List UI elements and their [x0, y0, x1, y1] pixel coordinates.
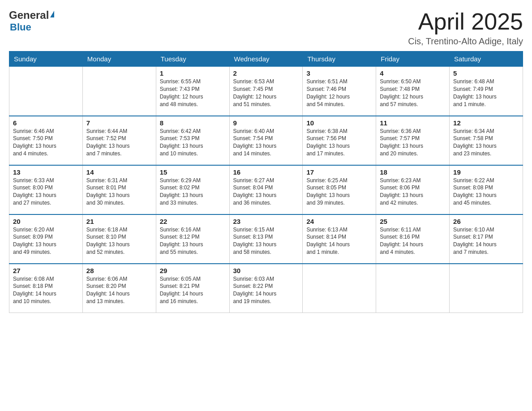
day-number: 9: [233, 119, 299, 127]
table-row: 25Sunrise: 6:11 AM Sunset: 8:16 PM Dayli…: [376, 214, 450, 264]
day-info: Sunrise: 6:51 AM Sunset: 7:46 PM Dayligh…: [306, 78, 372, 108]
day-number: 1: [160, 69, 226, 77]
location-title: Cis, Trentino-Alto Adige, Italy: [408, 36, 523, 47]
day-info: Sunrise: 6:40 AM Sunset: 7:54 PM Dayligh…: [233, 128, 299, 158]
table-row: 2Sunrise: 6:53 AM Sunset: 7:45 PM Daylig…: [229, 67, 303, 116]
header-wednesday: Wednesday: [229, 51, 303, 67]
page-header: General Blue April 2025 Cis, Trentino-Al…: [9, 9, 523, 47]
day-number: 16: [233, 168, 299, 176]
table-row: 26Sunrise: 6:10 AM Sunset: 8:17 PM Dayli…: [450, 214, 523, 264]
day-info: Sunrise: 6:11 AM Sunset: 8:16 PM Dayligh…: [380, 226, 446, 256]
day-number: 24: [306, 218, 372, 225]
day-number: 20: [13, 218, 79, 225]
table-row: 17Sunrise: 6:25 AM Sunset: 8:05 PM Dayli…: [303, 165, 376, 214]
table-row: 10Sunrise: 6:38 AM Sunset: 7:56 PM Dayli…: [303, 116, 376, 165]
table-row: 8Sunrise: 6:42 AM Sunset: 7:53 PM Daylig…: [156, 116, 229, 165]
week-row-2: 6Sunrise: 6:46 AM Sunset: 7:50 PM Daylig…: [9, 116, 523, 165]
day-number: 12: [453, 119, 519, 127]
table-row: 5Sunrise: 6:48 AM Sunset: 7:49 PM Daylig…: [450, 67, 523, 116]
day-info: Sunrise: 6:23 AM Sunset: 8:06 PM Dayligh…: [380, 177, 446, 207]
table-row: 16Sunrise: 6:27 AM Sunset: 8:04 PM Dayli…: [229, 165, 303, 214]
table-row: [303, 264, 376, 313]
day-info: Sunrise: 6:48 AM Sunset: 7:49 PM Dayligh…: [453, 78, 519, 108]
week-row-3: 13Sunrise: 6:33 AM Sunset: 8:00 PM Dayli…: [9, 165, 523, 214]
day-number: 22: [160, 218, 226, 225]
table-row: 1Sunrise: 6:55 AM Sunset: 7:43 PM Daylig…: [156, 67, 229, 116]
header-thursday: Thursday: [303, 51, 376, 67]
day-info: Sunrise: 6:44 AM Sunset: 7:52 PM Dayligh…: [86, 128, 152, 158]
day-number: 10: [306, 119, 372, 127]
header-saturday: Saturday: [450, 51, 523, 67]
table-row: 11Sunrise: 6:36 AM Sunset: 7:57 PM Dayli…: [376, 116, 450, 165]
logo-general-text: General: [9, 9, 49, 21]
table-row: 22Sunrise: 6:16 AM Sunset: 8:12 PM Dayli…: [156, 214, 229, 264]
table-row: [450, 264, 523, 313]
title-section: April 2025 Cis, Trentino-Alto Adige, Ita…: [408, 9, 523, 47]
table-row: 18Sunrise: 6:23 AM Sunset: 8:06 PM Dayli…: [376, 165, 450, 214]
table-row: 15Sunrise: 6:29 AM Sunset: 8:02 PM Dayli…: [156, 165, 229, 214]
header-sunday: Sunday: [9, 51, 83, 67]
table-row: 29Sunrise: 6:05 AM Sunset: 8:21 PM Dayli…: [156, 264, 229, 313]
table-row: [9, 67, 83, 116]
header-friday: Friday: [376, 51, 450, 67]
table-row: 3Sunrise: 6:51 AM Sunset: 7:46 PM Daylig…: [303, 67, 376, 116]
day-info: Sunrise: 6:03 AM Sunset: 8:22 PM Dayligh…: [233, 275, 299, 305]
day-number: 19: [453, 168, 519, 176]
table-row: 30Sunrise: 6:03 AM Sunset: 8:22 PM Dayli…: [229, 264, 303, 313]
day-info: Sunrise: 6:33 AM Sunset: 8:00 PM Dayligh…: [13, 177, 79, 207]
day-number: 28: [86, 267, 152, 274]
header-monday: Monday: [82, 51, 156, 67]
day-number: 11: [380, 119, 446, 127]
day-number: 18: [380, 168, 446, 176]
month-title: April 2025: [408, 9, 523, 34]
table-row: [82, 67, 156, 116]
day-number: 13: [13, 168, 79, 176]
table-row: 13Sunrise: 6:33 AM Sunset: 8:00 PM Dayli…: [9, 165, 83, 214]
logo: General Blue: [9, 9, 54, 33]
day-info: Sunrise: 6:16 AM Sunset: 8:12 PM Dayligh…: [160, 226, 226, 256]
week-row-1: 1Sunrise: 6:55 AM Sunset: 7:43 PM Daylig…: [9, 67, 523, 116]
table-row: 7Sunrise: 6:44 AM Sunset: 7:52 PM Daylig…: [82, 116, 156, 165]
day-number: 14: [86, 168, 152, 176]
table-row: 20Sunrise: 6:20 AM Sunset: 8:09 PM Dayli…: [9, 214, 83, 264]
header-row: SundayMondayTuesdayWednesdayThursdayFrid…: [9, 51, 523, 67]
table-row: 4Sunrise: 6:50 AM Sunset: 7:48 PM Daylig…: [376, 67, 450, 116]
day-info: Sunrise: 6:05 AM Sunset: 8:21 PM Dayligh…: [160, 275, 226, 305]
logo-blue-text: Blue: [10, 21, 54, 33]
day-info: Sunrise: 6:46 AM Sunset: 7:50 PM Dayligh…: [13, 128, 79, 158]
day-info: Sunrise: 6:38 AM Sunset: 7:56 PM Dayligh…: [306, 128, 372, 158]
day-info: Sunrise: 6:36 AM Sunset: 7:57 PM Dayligh…: [380, 128, 446, 158]
day-number: 23: [233, 218, 299, 225]
day-number: 6: [13, 119, 79, 127]
day-number: 4: [380, 69, 446, 77]
day-number: 26: [453, 218, 519, 225]
table-row: 24Sunrise: 6:13 AM Sunset: 8:14 PM Dayli…: [303, 214, 376, 264]
day-info: Sunrise: 6:55 AM Sunset: 7:43 PM Dayligh…: [160, 78, 226, 108]
day-info: Sunrise: 6:06 AM Sunset: 8:20 PM Dayligh…: [86, 275, 152, 305]
day-number: 27: [13, 267, 79, 274]
day-info: Sunrise: 6:25 AM Sunset: 8:05 PM Dayligh…: [306, 177, 372, 207]
day-info: Sunrise: 6:42 AM Sunset: 7:53 PM Dayligh…: [160, 128, 226, 158]
day-info: Sunrise: 6:10 AM Sunset: 8:17 PM Dayligh…: [453, 226, 519, 256]
table-row: 21Sunrise: 6:18 AM Sunset: 8:10 PM Dayli…: [82, 214, 156, 264]
week-row-4: 20Sunrise: 6:20 AM Sunset: 8:09 PM Dayli…: [9, 214, 523, 264]
day-number: 30: [233, 267, 299, 274]
day-info: Sunrise: 6:13 AM Sunset: 8:14 PM Dayligh…: [306, 226, 372, 256]
day-info: Sunrise: 6:15 AM Sunset: 8:13 PM Dayligh…: [233, 226, 299, 256]
day-number: 25: [380, 218, 446, 225]
table-row: 23Sunrise: 6:15 AM Sunset: 8:13 PM Dayli…: [229, 214, 303, 264]
day-number: 15: [160, 168, 226, 176]
day-number: 21: [86, 218, 152, 225]
day-number: 2: [233, 69, 299, 77]
table-row: 12Sunrise: 6:34 AM Sunset: 7:58 PM Dayli…: [450, 116, 523, 165]
week-row-5: 27Sunrise: 6:08 AM Sunset: 8:18 PM Dayli…: [9, 264, 523, 313]
day-info: Sunrise: 6:27 AM Sunset: 8:04 PM Dayligh…: [233, 177, 299, 207]
day-number: 5: [453, 69, 519, 77]
calendar-table: SundayMondayTuesdayWednesdayThursdayFrid…: [9, 51, 523, 313]
calendar-header: SundayMondayTuesdayWednesdayThursdayFrid…: [9, 51, 523, 67]
table-row: 27Sunrise: 6:08 AM Sunset: 8:18 PM Dayli…: [9, 264, 83, 313]
table-row: 28Sunrise: 6:06 AM Sunset: 8:20 PM Dayli…: [82, 264, 156, 313]
day-number: 7: [86, 119, 152, 127]
calendar-body: 1Sunrise: 6:55 AM Sunset: 7:43 PM Daylig…: [9, 67, 523, 313]
day-number: 3: [306, 69, 372, 77]
